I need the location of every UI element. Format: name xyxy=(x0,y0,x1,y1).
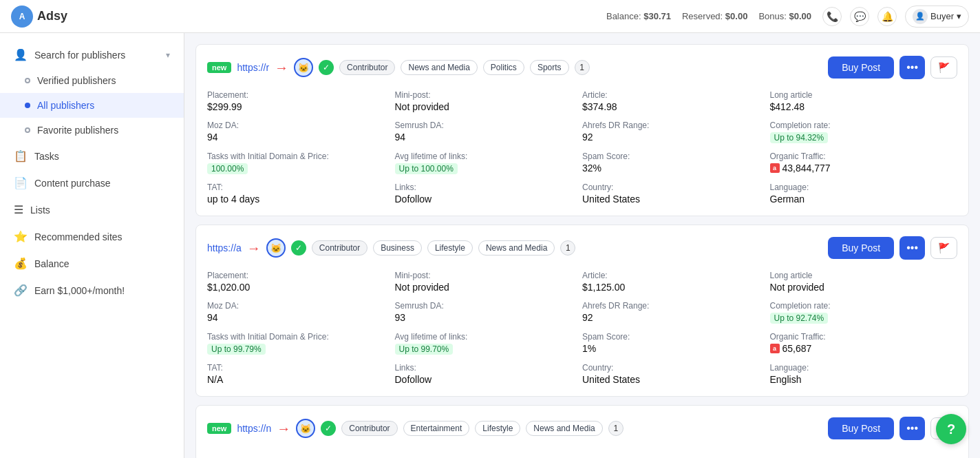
publisher-card: new https://r → 🐱 ✓ Contributor News and… xyxy=(195,44,969,216)
card-header-2: https://a → 🐱 ✓ Contributor Business Lif… xyxy=(207,236,957,260)
stats-grid-2: Placement: $1,020.00 Mini-post: Not prov… xyxy=(207,271,957,385)
buyer-menu[interactable]: 👤 Buyer ▾ xyxy=(905,6,969,28)
stat-ahrefs-1: Ahrefs DR Range: 92 xyxy=(582,121,770,143)
card-actions-1: Buy Post ••• 🚩 xyxy=(828,56,957,79)
tag-news-media-1[interactable]: News and Media xyxy=(401,60,477,75)
tag-politics-1[interactable]: Politics xyxy=(483,60,524,75)
sidebar-label-recommended: Recommended sites xyxy=(34,231,122,242)
publisher-url-3[interactable]: https://n xyxy=(237,423,271,434)
publisher-url-1[interactable]: https://r xyxy=(237,62,269,73)
star-icon: ⭐ xyxy=(14,230,28,243)
tag-count-3: 1 xyxy=(608,421,624,436)
stat-traffic-1: Organic Traffic: a 43,844,777 xyxy=(770,152,958,174)
balance-info: Balance: $30.71 Reserved: $0.00 Bonus: $… xyxy=(606,11,811,21)
stat-moz-1: Moz DA: 94 xyxy=(207,121,395,143)
publisher-url-2[interactable]: https://a xyxy=(207,242,242,253)
balance-icon: 💰 xyxy=(14,257,28,270)
sidebar-label-all: All publishers xyxy=(37,100,94,111)
sidebar-item-all-publishers[interactable]: All publishers xyxy=(0,93,184,118)
verified-check-1: ✓ xyxy=(319,60,334,75)
stat-completion-2: Completion rate: Up to 92.74% xyxy=(770,301,958,324)
header-right: Balance: $30.71 Reserved: $0.00 Bonus: $… xyxy=(606,6,969,28)
sidebar-label-tasks: Tasks xyxy=(34,151,59,162)
tag-news-3[interactable]: News and Media xyxy=(526,421,602,436)
tag-sports-1[interactable]: Sports xyxy=(530,60,569,75)
arrow-indicator-1: → xyxy=(275,60,288,76)
sidebar-label-earn: Earn $1,000+/month! xyxy=(34,285,125,296)
sidebar-item-balance[interactable]: 💰 Balance xyxy=(0,250,184,277)
arrow-indicator-2: → xyxy=(247,240,261,256)
stat-spam-2: Spam Score: 1% xyxy=(582,332,770,355)
tag-business-2[interactable]: Business xyxy=(373,240,422,256)
stat-lifetime-1: Avg lifetime of links: Up to 100.00% xyxy=(395,152,583,174)
stat-long-article-1: Long article $412.48 xyxy=(770,90,958,112)
stat-language-2: Language: English xyxy=(770,363,958,385)
sidebar-item-content-purchase[interactable]: 📄 Content purchase xyxy=(0,169,184,196)
publisher-card-3: new https://n → 🐱 ✓ Contributor Entertai… xyxy=(195,405,969,458)
tasks-icon: 📋 xyxy=(14,149,28,163)
buy-post-btn-3[interactable]: Buy Post xyxy=(828,417,894,439)
stat-traffic-2: Organic Traffic: a 65,687 xyxy=(770,332,958,355)
balance-label: Balance: $30.71 xyxy=(606,11,671,21)
new-badge: new xyxy=(207,62,231,73)
logo-text: Adsy xyxy=(37,9,67,23)
tag-news-2[interactable]: News and Media xyxy=(478,240,555,256)
buy-post-btn-1[interactable]: Buy Post xyxy=(828,56,894,79)
stat-placement-1: Placement: $299.99 xyxy=(207,90,395,112)
bell-icon[interactable]: 🔔 xyxy=(877,7,897,26)
card-header-3: new https://n → 🐱 ✓ Contributor Entertai… xyxy=(207,417,957,440)
flag-btn-1[interactable]: 🚩 xyxy=(930,56,957,79)
buyer-chevron-icon: ▾ xyxy=(957,11,961,21)
buyer-label: Buyer xyxy=(930,11,954,21)
dot-empty-icon-2 xyxy=(25,127,30,133)
sidebar-item-search-publishers[interactable]: 👤 Search for publishers ▾ xyxy=(0,41,184,68)
tag-lifestyle-2[interactable]: Lifestyle xyxy=(427,240,473,256)
new-badge-3: new xyxy=(207,423,231,434)
stat-moz-2: Moz DA: 94 xyxy=(207,301,395,324)
person-icon: 👤 xyxy=(14,48,28,61)
more-options-btn-3[interactable]: ••• xyxy=(899,417,925,440)
tag-entertainment-3[interactable]: Entertainment xyxy=(403,421,470,436)
phone-icon[interactable]: 📞 xyxy=(822,7,842,26)
verified-check-2: ✓ xyxy=(291,240,306,256)
tag-count-1: 1 xyxy=(575,60,590,75)
stats-grid-1: Placement: $299.99 Mini-post: Not provid… xyxy=(207,90,957,205)
stat-semrush-2: Semrush DA: 93 xyxy=(395,301,583,324)
sidebar-item-lists[interactable]: ☰ Lists xyxy=(0,196,184,223)
sidebar-item-recommended[interactable]: ⭐ Recommended sites xyxy=(0,223,184,250)
app-header: A Adsy Balance: $30.71 Reserved: $0.00 B… xyxy=(0,0,980,33)
publisher-avatar-2: 🐱 xyxy=(266,238,286,258)
flag-btn-2[interactable]: 🚩 xyxy=(930,237,957,259)
buy-post-btn-2[interactable]: Buy Post xyxy=(828,237,894,259)
main-content: new https://r → 🐱 ✓ Contributor News and… xyxy=(184,33,980,458)
more-options-btn-1[interactable]: ••• xyxy=(899,56,925,79)
stat-country-1: Country: United States xyxy=(582,183,770,205)
stat-tasks-2: Tasks with Initial Domain & Price: Up to… xyxy=(207,332,395,355)
sidebar-item-earn[interactable]: 🔗 Earn $1,000+/month! xyxy=(0,277,184,304)
publisher-avatar-1: 🐱 xyxy=(294,58,313,77)
sidebar-item-verified-publishers[interactable]: Verified publishers xyxy=(0,68,184,93)
stat-long-article-2: Long article Not provided xyxy=(770,271,958,293)
stat-tasks-1: Tasks with Initial Domain & Price: 100.0… xyxy=(207,152,395,174)
verified-check-3: ✓ xyxy=(321,421,336,436)
stat-article-1: Article: $374.98 xyxy=(582,90,770,112)
more-options-btn-2[interactable]: ••• xyxy=(899,236,925,260)
chat-icon[interactable]: 💬 xyxy=(850,7,869,26)
lists-icon: ☰ xyxy=(14,203,23,216)
sidebar-item-tasks[interactable]: 📋 Tasks xyxy=(0,143,184,169)
sidebar-label-search: Search for publishers xyxy=(34,50,125,61)
bonus-label: Bonus: $0.00 xyxy=(758,11,811,21)
contributor-badge-3: Contributor xyxy=(341,421,397,436)
sidebar-item-favorite-publishers[interactable]: Favorite publishers xyxy=(0,118,184,143)
tag-count-2: 1 xyxy=(560,240,575,256)
buyer-avatar: 👤 xyxy=(913,9,928,24)
tag-lifestyle-3[interactable]: Lifestyle xyxy=(475,421,520,436)
dot-empty-icon xyxy=(25,78,30,83)
publisher-card-2: https://a → 🐱 ✓ Contributor Business Lif… xyxy=(195,225,969,397)
sidebar-label-favorite: Favorite publishers xyxy=(37,125,118,136)
content-icon: 📄 xyxy=(14,176,28,189)
help-button[interactable]: ? xyxy=(936,414,966,444)
chevron-down-icon: ▾ xyxy=(166,50,170,60)
contributor-badge-1: Contributor xyxy=(339,60,395,75)
arrow-indicator-3: → xyxy=(277,421,290,437)
